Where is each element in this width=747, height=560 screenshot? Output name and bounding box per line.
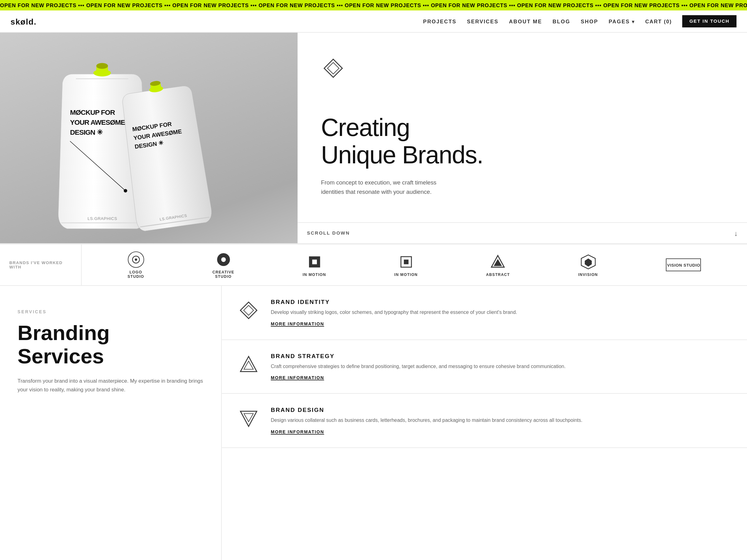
hero-title: CreatingUnique Brands. — [321, 114, 724, 168]
brand-strategy-icon — [238, 354, 259, 375]
service-desc-design: Design various collateral such as busine… — [271, 417, 582, 424]
hero-right-panel: CreatingUnique Brands. From concept to e… — [298, 33, 747, 243]
brand-icon-3 — [306, 254, 323, 270]
brand-icon-2 — [215, 251, 232, 268]
section-desc: Transform your brand into a visual maste… — [18, 377, 204, 395]
content-bottom: SERVICES BrandingServices Transform your… — [0, 286, 747, 560]
nav-cart[interactable]: CART (0) — [645, 18, 672, 24]
service-content-strategy: BRAND STRATEGY Craft comprehensive strat… — [271, 353, 566, 380]
service-more-info-design[interactable]: MORE INFORMATION — [271, 429, 582, 435]
services-left: SERVICES BrandingServices Transform your… — [0, 286, 222, 560]
mockup-svg: MØCKUP FOR YOUR AWESØME DESIGN ✳ LS.GRAP… — [21, 45, 277, 243]
service-item-strategy: BRAND STRATEGY Craft comprehensive strat… — [222, 340, 747, 394]
service-content-identity: BRAND IDENTITY Develop visually striking… — [271, 299, 517, 326]
service-item-design: BRAND DESIGN Design various collateral s… — [222, 394, 747, 448]
svg-text:LS.GRAPHICS: LS.GRAPHICS — [87, 216, 117, 221]
service-title-design: BRAND DESIGN — [271, 407, 582, 413]
brands-bar: BRANDS I'VE WORKED WITH LOGOSTUDIO — [0, 244, 747, 286]
brand-name-4: IN MOTION — [394, 272, 418, 276]
svg-rect-30 — [240, 302, 257, 319]
brands-label: BRANDS I'VE WORKED WITH — [0, 244, 82, 285]
nav-services[interactable]: SERVICES — [467, 18, 498, 24]
brand-icon-1 — [128, 251, 144, 268]
brand-name-3: IN MOTION — [303, 272, 326, 276]
nav-about[interactable]: ABOUT ME — [509, 18, 542, 24]
brand-logo-5: Abstract — [486, 254, 510, 276]
section-label: SERVICES — [18, 309, 204, 315]
logo[interactable]: skøld. — [10, 17, 37, 26]
ticker-text: OPEN FOR NEW PROJECTS ••• OPEN FOR NEW P… — [0, 2, 747, 8]
inverted-triangle-icon-svg — [238, 408, 259, 429]
svg-point-19 — [135, 259, 137, 261]
svg-text:DESIGN ✳: DESIGN ✳ — [70, 129, 103, 136]
brand-logo-6: INVISION — [578, 254, 598, 276]
brand-name-6: INVISION — [578, 272, 598, 276]
service-more-info-strategy[interactable]: MORE INFORMATION — [271, 375, 566, 380]
nav-pages[interactable]: PAGES — [609, 18, 635, 24]
section-title: BrandingServices — [18, 321, 204, 367]
brand-name-2: CREATIVESTUDIO — [212, 270, 234, 278]
diamond-icon-svg — [238, 300, 259, 321]
svg-point-21 — [221, 257, 226, 262]
service-desc-identity: Develop visually striking logos, color s… — [271, 309, 517, 316]
diamond-shape-icon — [321, 56, 345, 81]
brand-logo-3: IN MOTION — [303, 254, 326, 276]
brand-logos: LOGOSTUDIO CREATIVESTUDIO — [82, 251, 747, 278]
scroll-label: SCROLL DOWN — [307, 231, 350, 236]
svg-text:MØCKUP FOR: MØCKUP FOR — [70, 109, 115, 116]
brand-design-icon — [238, 408, 259, 429]
brand-name-5: Abstract — [486, 272, 510, 276]
brand-name-1: LOGOSTUDIO — [128, 270, 144, 278]
svg-point-7 — [124, 189, 127, 193]
service-content-design: BRAND DESIGN Design various collateral s… — [271, 407, 582, 434]
nav-projects[interactable]: PROJECTS — [423, 18, 456, 24]
svg-rect-23 — [312, 259, 316, 264]
svg-rect-25 — [404, 259, 408, 264]
svg-rect-16 — [324, 59, 342, 77]
svg-text:YOUR AWESØME: YOUR AWESØME — [70, 118, 125, 126]
brand-logo-1: LOGOSTUDIO — [128, 251, 144, 278]
hero-subtitle: From concept to execution, we craft time… — [321, 178, 449, 196]
services-right: BRAND IDENTITY Develop visually striking… — [222, 286, 747, 560]
svg-point-2 — [96, 63, 108, 69]
hero-section: MØCKUP FOR YOUR AWESØME DESIGN ✳ LS.GRAP… — [0, 33, 747, 244]
nav-shop[interactable]: SHOP — [581, 18, 598, 24]
brand-icon-5 — [490, 254, 507, 270]
service-item-identity: BRAND IDENTITY Develop visually striking… — [222, 286, 747, 340]
service-more-info-identity[interactable]: MORE INFORMATION — [271, 321, 517, 326]
nav: PROJECTS SERVICES ABOUT ME BLOG SHOP PAG… — [423, 15, 737, 27]
svg-marker-29 — [585, 258, 592, 266]
nav-blog[interactable]: BLOG — [552, 18, 570, 24]
nav-cta-button[interactable]: GET IN TOUCH — [682, 15, 737, 27]
mockup-area: MØCKUP FOR YOUR AWESØME DESIGN ✳ LS.GRAP… — [0, 33, 298, 243]
brand-icon-7: VISION STUDIO — [666, 259, 701, 271]
brand-icon-6 — [580, 254, 596, 270]
scroll-arrow-icon: ↓ — [734, 229, 738, 237]
service-title-strategy: BRAND STRATEGY — [271, 353, 566, 359]
hero-left-panel: MØCKUP FOR YOUR AWESØME DESIGN ✳ LS.GRAP… — [0, 33, 298, 243]
brand-logo-7: VISION STUDIO — [666, 259, 701, 271]
service-desc-strategy: Craft comprehensive strategies to define… — [271, 363, 566, 370]
ticker-bar: OPEN FOR NEW PROJECTS ••• OPEN FOR NEW P… — [0, 0, 747, 10]
svg-rect-31 — [244, 305, 254, 316]
header: skøld. PROJECTS SERVICES ABOUT ME BLOG S… — [0, 10, 747, 33]
svg-rect-17 — [328, 62, 339, 74]
brand-icon-4 — [398, 254, 414, 270]
triangle-icon-svg — [238, 354, 259, 375]
service-title-identity: BRAND IDENTITY — [271, 299, 517, 305]
brand-logo-4: IN MOTION — [394, 254, 418, 276]
brand-logo-2: CREATIVESTUDIO — [212, 251, 234, 278]
brand-identity-icon — [238, 300, 259, 321]
hero-diamond-icon — [321, 56, 345, 83]
scroll-indicator[interactable]: SCROLL DOWN ↓ — [298, 222, 747, 243]
